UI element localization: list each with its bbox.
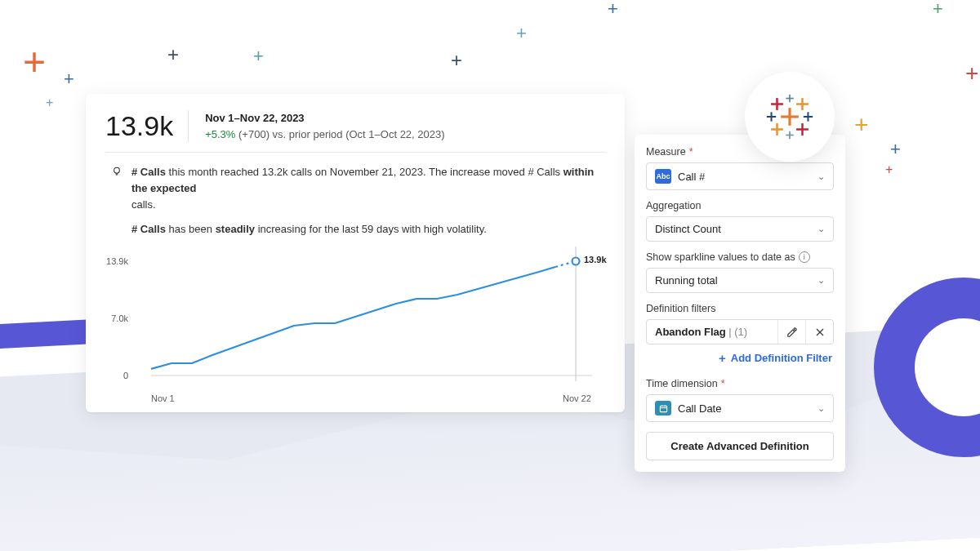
x-tick-end: Nov 22 [563,393,591,403]
svg-rect-24 [660,406,666,411]
remove-filter-button[interactable] [805,320,833,344]
delta-percent: +5.3% [205,128,235,140]
insight-2: # Calls has been steadily increasing for… [131,221,487,238]
date-range: Nov 1–Nov 22, 2023 [205,110,444,127]
svg-point-3 [572,257,580,264]
definition-filter-row: Abandon Flag | (1) [646,319,834,344]
measure-value: Call # [678,171,705,183]
y-tick-mid: 7.0k [111,313,128,323]
measure-select[interactable]: Abc Call # ⌄ [646,162,834,190]
y-tick-zero: 0 [123,371,128,380]
aggregation-select[interactable]: Distinct Count ⌄ [646,216,834,242]
chevron-down-icon: ⌄ [817,403,825,414]
sparkline-select[interactable]: Running total ⌄ [646,268,834,293]
svg-point-0 [114,167,120,173]
chevron-down-icon: ⌄ [817,171,825,182]
aggregation-value: Distinct Count [655,223,721,235]
y-tick-max: 13.9k [106,256,128,266]
measure-label: Measure [646,146,686,158]
sparkline-value: Running total [655,274,718,287]
aggregation-label: Aggregation [646,200,701,211]
time-dimension-label: Time dimension [646,378,718,389]
chevron-down-icon: ⌄ [817,224,825,234]
insight-1: # Calls this month reached 13.2k calls o… [131,164,605,213]
metric-card: 13.9k Nov 1–Nov 22, 2023 +5.3% (+700) vs… [86,94,625,412]
filter-name: Abandon Flag [655,326,726,338]
filter-count: | (1) [726,326,748,338]
add-definition-filter-button[interactable]: + Add Definition Filter [646,344,834,368]
chart-svg [151,247,604,389]
metric-header: 13.9k Nov 1–Nov 22, 2023 +5.3% (+700) vs… [105,110,605,153]
time-dimension-select[interactable]: Call Date ⌄ [646,394,834,422]
x-tick-start: Nov 1 [151,393,175,403]
delta-detail: (+700) vs. prior period (Oct 1–Oct 22, 2… [235,128,444,140]
calendar-icon [655,401,671,415]
metric-value: 13.9k [105,110,189,142]
insight-icon [110,165,123,178]
chevron-down-icon: ⌄ [817,275,825,286]
definition-panel: Measure * Abc Call # ⌄ Aggregation Disti… [635,135,845,472]
tableau-logo [745,72,835,162]
edit-filter-button[interactable] [777,320,805,344]
time-dimension-value: Call Date [678,402,721,415]
info-icon[interactable]: i [799,251,810,263]
sparkline-chart: 13.9k 7.0k 0 13.9k Nov 1 Nov 22 [122,247,605,402]
filters-label: Definition filters [646,303,715,314]
chart-end-label: 13.9k [584,255,607,264]
plus-icon: + [719,351,726,365]
sparkline-label: Show sparkline values to date as [646,251,795,263]
create-advanced-definition-button[interactable]: Create Advanced Definition [646,432,834,460]
abc-icon: Abc [655,169,671,184]
